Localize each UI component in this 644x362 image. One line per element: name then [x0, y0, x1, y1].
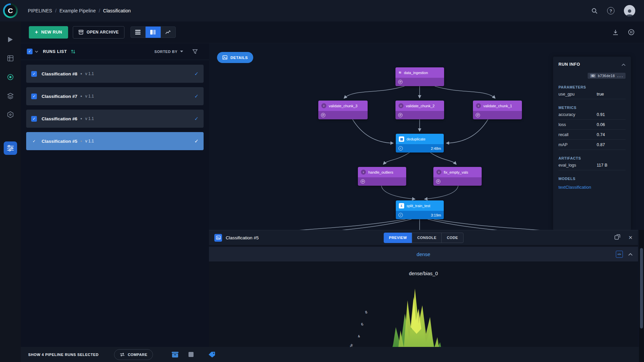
archive-icon — [78, 30, 84, 35]
pipelines-icon[interactable] — [4, 141, 17, 155]
select-all-checkbox[interactable]: ✓ — [27, 49, 33, 54]
chart-view-button[interactable] — [161, 26, 176, 38]
row-checkbox[interactable]: ✓ — [31, 116, 37, 122]
dag-node-deduplicate[interactable]: ▤deduplicate ✓2:48m — [396, 134, 444, 153]
metric-row: recall 0.74 — [558, 130, 626, 140]
models-icon[interactable] — [0, 107, 21, 122]
cached-status-icon: ⟳ — [321, 113, 325, 117]
dag-node-validate-chunk-2[interactable]: ›validate_chunk_2 ⟳ — [395, 101, 444, 119]
run-id-pill[interactable]: ID b736de18 ... — [588, 73, 626, 79]
dag-node-data-ingestion[interactable]: ≋data_ingestion ⟳ — [395, 67, 444, 86]
code-snippet-icon[interactable]: </> — [616, 251, 623, 258]
completed-status-icon: ✓ — [398, 213, 403, 217]
dag-node-validate-chunk-3[interactable]: ›validate_chunk_3 ⟳ — [318, 101, 368, 119]
dag-node-split-train-test[interactable]: Σsplit_train_test ✓3:19m — [396, 200, 444, 219]
search-icon[interactable] — [591, 8, 598, 14]
sort-order-icon[interactable] — [71, 49, 75, 54]
tab-code[interactable]: CODE — [441, 233, 463, 243]
workers-queue-icon[interactable] — [628, 29, 635, 36]
tab-preview[interactable]: PREVIEW — [383, 233, 412, 243]
chevron-down-icon[interactable] — [35, 51, 38, 53]
filter-icon[interactable] — [193, 49, 198, 54]
metric-key: mAP — [558, 142, 597, 147]
node-label: deduplicate — [407, 137, 425, 141]
layers-icon[interactable] — [0, 88, 21, 103]
surface-plot[interactable]: 8 6 4 title — [336, 277, 494, 347]
cached-status-icon: ⟳ — [476, 113, 480, 117]
metric-key: accuracy — [558, 112, 597, 117]
parameters-section-title: PARAMETERS — [558, 85, 626, 89]
sorted-by-dropdown[interactable]: SORTED BY — [154, 50, 183, 54]
datasets-icon[interactable] — [0, 51, 21, 66]
abort-action-icon[interactable] — [189, 352, 194, 357]
experiments-icon[interactable] — [0, 70, 21, 84]
clearml-logo[interactable]: C — [3, 3, 18, 18]
run-name: Classification #5 — [42, 139, 77, 144]
artifact-value: 117 B — [597, 163, 626, 168]
dag-node-fix-empty-vals[interactable]: ›fix_empty_vals ⟳ — [433, 167, 482, 186]
tag-action-icon[interactable] — [208, 352, 215, 358]
row-checkbox[interactable]: ✓ — [31, 138, 37, 144]
close-icon[interactable]: ✕ — [628, 235, 633, 241]
row-checkbox[interactable]: ✓ — [31, 94, 37, 99]
preview-image-icon — [222, 55, 227, 60]
split-view-button[interactable] — [146, 26, 161, 38]
breadcrumb-separator: / — [55, 8, 56, 13]
node-runtime: 3:19m — [431, 213, 441, 217]
row-checkbox[interactable]: ✓ — [31, 71, 37, 77]
step-status-icon: › — [476, 103, 481, 108]
model-link[interactable]: textClassification — [558, 185, 626, 190]
node-runtime: 2:48m — [431, 146, 441, 150]
completed-check-icon: ✓ — [194, 138, 199, 144]
collapse-chevron-icon[interactable] — [622, 61, 626, 67]
run-name: Classification #7 — [42, 94, 77, 99]
runs-list-header: ✓ RUNS LIST SORTED BY — [21, 43, 209, 60]
run-name: Classification #6 — [42, 116, 77, 121]
breadcrumb-project[interactable]: Example Pipeline — [59, 8, 96, 13]
projects-icon[interactable] — [0, 32, 21, 47]
plot-title: dense/bias_0 — [209, 271, 638, 276]
run-version: v 1.1 — [85, 116, 94, 121]
dag-node-validate-chunk-1[interactable]: ›validate_chunk_1 ⟳ — [473, 101, 522, 119]
bullet-separator: ● — [80, 95, 82, 98]
axis-tick: 6 — [360, 322, 364, 326]
metric-group-header[interactable]: dense </> — [209, 247, 638, 261]
step-status-icon: › — [321, 103, 326, 108]
tab-console[interactable]: CONSOLE — [412, 233, 442, 243]
step-type-icon: ≋ — [398, 70, 401, 75]
archive-action-icon[interactable] — [172, 352, 178, 358]
runs-list-title: RUNS LIST — [43, 49, 67, 54]
preview-header: Classification #5 PREVIEW CONSOLE CODE ✕ — [209, 230, 638, 245]
runs-list-panel: ✓ RUNS LIST SORTED BY ✓ Classification #… — [21, 43, 209, 347]
run-info-panel: RUN INFO ID b736de18 ... PARAMETERS use_… — [553, 57, 631, 230]
selection-status: SHOW 4 PIPELINE RUNS SELECTED — [28, 353, 99, 357]
sorted-by-label: SORTED BY — [154, 50, 177, 54]
run-row-classification-5[interactable]: ✓ Classification #5 ● v 1.1 ✓ — [26, 132, 204, 150]
compare-button[interactable]: COMPARE — [114, 349, 153, 360]
plot-area: dense/bias_0 — [209, 261, 638, 347]
open-archive-button[interactable]: OPEN ARCHIVE — [73, 26, 124, 39]
new-run-button[interactable]: + NEW RUN — [29, 26, 68, 39]
collapse-chevron-icon[interactable] — [628, 251, 633, 257]
run-row-classification-7[interactable]: ✓ Classification #7 ● v 1.1 ✓ — [26, 87, 204, 105]
avatar[interactable] — [624, 5, 635, 16]
left-rail — [0, 21, 21, 362]
details-button[interactable]: DETAILS — [217, 52, 253, 63]
run-row-classification-8[interactable]: ✓ Classification #8 ● v 1.1 ✓ — [26, 65, 204, 83]
download-icon[interactable] — [612, 29, 619, 35]
table-view-button[interactable] — [130, 26, 146, 38]
details-label: DETAILS — [230, 56, 248, 60]
step-type-icon: ▤ — [399, 136, 404, 142]
open-archive-label: OPEN ARCHIVE — [87, 30, 119, 35]
run-row-classification-6[interactable]: ✓ Classification #6 ● v 1.1 ✓ — [26, 110, 204, 128]
run-id-value: b736de18 ... — [598, 74, 623, 78]
maximize-icon[interactable] — [614, 234, 620, 241]
help-icon[interactable]: ? — [607, 7, 614, 14]
scrollbar-thumb[interactable] — [640, 248, 643, 328]
breadcrumb-pipelines[interactable]: PIPELINES — [28, 8, 52, 13]
preview-image-icon — [214, 234, 222, 242]
node-label: validate_chunk_3 — [329, 104, 358, 108]
vertical-scrollbar[interactable] — [639, 230, 644, 362]
dag-node-handle-outliers[interactable]: ›handle_outliers ⟳ — [358, 167, 406, 186]
step-status-icon: › — [398, 103, 404, 108]
